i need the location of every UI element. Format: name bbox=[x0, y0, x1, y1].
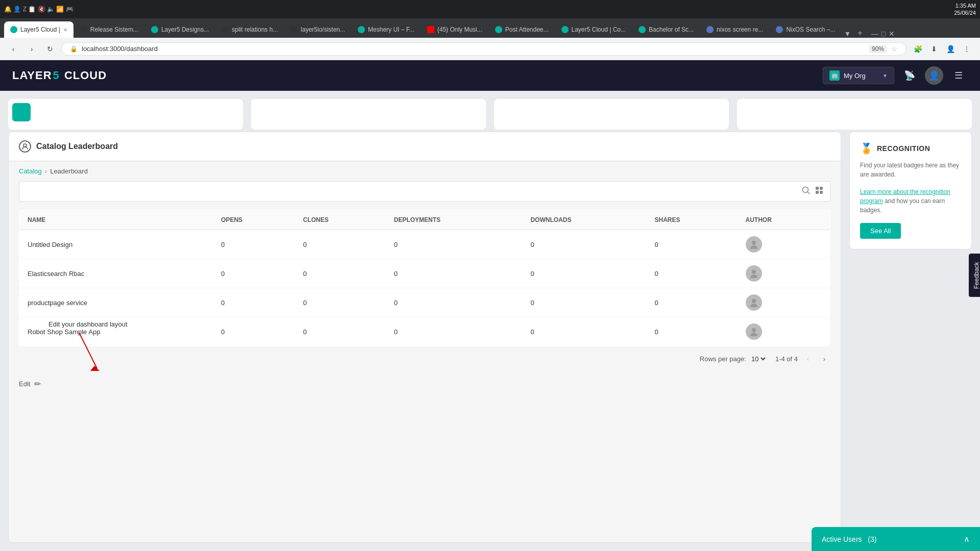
row-4-clones: 0 bbox=[295, 317, 386, 346]
star-icon[interactable]: ☆ bbox=[891, 45, 898, 53]
header-right: 🏢 My Org ▼ 📡 👤 ☰ bbox=[823, 66, 968, 85]
system-icons: 🔔 👤 Z 📋 🔇 🔈 📶 🎮 bbox=[4, 6, 74, 13]
row-4-name: Robot Shop Sample App bbox=[19, 317, 213, 346]
row-3-deployments: 0 bbox=[386, 288, 523, 317]
maximize-button[interactable]: □ bbox=[881, 30, 886, 38]
tab-favicon-layer5-4 bbox=[639, 26, 646, 33]
leaderboard-header: Catalog Leaderboard bbox=[9, 132, 841, 161]
profile-button[interactable]: 👤 bbox=[943, 42, 958, 56]
tab-favicon-nixos bbox=[706, 26, 714, 33]
card-3 bbox=[494, 99, 729, 130]
row-2-clones: 0 bbox=[295, 259, 386, 288]
user-avatar[interactable]: 👤 bbox=[925, 66, 943, 85]
tab-release[interactable]: Release Sistem... bbox=[74, 21, 144, 38]
row-3-name: productpage service bbox=[19, 288, 213, 317]
tab-add-button[interactable]: + bbox=[853, 29, 866, 38]
tab-layer5-cloud[interactable]: Layer5 Cloud | ✕ bbox=[4, 21, 74, 38]
row-4-shares: 0 bbox=[647, 317, 738, 346]
tab-favicon-nixos-2 bbox=[776, 26, 783, 33]
tab-nixos[interactable]: nixos screen re... bbox=[700, 21, 769, 38]
next-page-button[interactable]: › bbox=[818, 353, 830, 365]
address-bar[interactable]: 🔒 localhost:3000/dashboard 90% ☆ bbox=[61, 42, 906, 56]
prev-page-button[interactable]: ‹ bbox=[802, 353, 814, 365]
search-bar-container bbox=[9, 181, 841, 210]
leaderboard-icon bbox=[19, 140, 31, 153]
svg-rect-3 bbox=[820, 187, 823, 190]
tab-label-layer5: Layer5 Cloud | bbox=[20, 26, 60, 33]
col-downloads: DOWNLOADS bbox=[522, 210, 646, 230]
row-3-shares: 0 bbox=[647, 288, 738, 317]
extensions-button[interactable]: 🧩 bbox=[911, 42, 925, 56]
breadcrumb-catalog[interactable]: Catalog bbox=[19, 167, 42, 175]
svg-rect-4 bbox=[816, 191, 819, 194]
data-table: NAME OPENS CLONES DEPLOYMENTS DOWNLOADS … bbox=[19, 210, 830, 346]
tab-music[interactable]: (45) Only Musi... bbox=[421, 21, 488, 38]
app-header: LAYER 5 CLOUD 🏢 My Org ▼ 📡 👤 ☰ bbox=[0, 60, 980, 91]
logo-5: 5 bbox=[53, 69, 60, 82]
menu-button[interactable]: ☰ bbox=[949, 66, 968, 85]
row-2-downloads: 0 bbox=[522, 259, 646, 288]
close-button[interactable]: ✕ bbox=[889, 30, 895, 38]
card-4 bbox=[737, 99, 972, 130]
tab-list-button[interactable]: ▼ bbox=[842, 30, 853, 38]
download-button[interactable]: ⬇ bbox=[927, 42, 941, 56]
tab-favicon-layer5-2 bbox=[151, 26, 158, 33]
search-icon[interactable] bbox=[801, 186, 811, 197]
edit-pencil-icon[interactable]: ✏ bbox=[34, 379, 41, 389]
tab-nixos-search[interactable]: NixOS Search –... bbox=[770, 21, 841, 38]
tab-close-layer5[interactable]: ✕ bbox=[63, 27, 67, 33]
tab-attendee[interactable]: Post Attendee... bbox=[489, 21, 555, 38]
refresh-button[interactable]: ↻ bbox=[43, 42, 57, 56]
org-icon: 🏢 bbox=[829, 70, 840, 81]
row-1-name: Untitled Design bbox=[19, 230, 213, 259]
active-users-bar[interactable]: Active Users (3) ∧ bbox=[812, 527, 980, 551]
col-clones: CLONES bbox=[295, 210, 386, 230]
row-1-shares: 0 bbox=[647, 230, 738, 259]
active-users-text: Active Users (3) bbox=[822, 535, 876, 543]
system-time: 1:35 AM 25/06/24 bbox=[954, 2, 976, 17]
nav-bar: ‹ › ↻ 🔒 localhost:3000/dashboard 90% ☆ 🧩… bbox=[0, 38, 980, 60]
see-all-button[interactable]: See All bbox=[860, 223, 901, 239]
tab-favicon-meshery-2 bbox=[495, 26, 502, 33]
tab-designs[interactable]: Layer5 Designs... bbox=[145, 21, 215, 38]
tab-layer5io[interactable]: layer5io/sisten... bbox=[284, 21, 351, 38]
svg-rect-5 bbox=[820, 191, 823, 194]
row-1-opens: 0 bbox=[213, 230, 295, 259]
leaderboard-panel: Catalog Leaderboard Catalog › Leaderboar… bbox=[8, 132, 841, 543]
forward-button[interactable]: › bbox=[24, 42, 39, 56]
col-author: AUTHOR bbox=[738, 210, 830, 230]
row-2-name: Elasticsearch Rbac bbox=[19, 259, 213, 288]
tab-bachelor[interactable]: Bachelor of Sc... bbox=[632, 21, 700, 38]
recognition-description: Find your latest badges here as they are… bbox=[860, 161, 961, 179]
rows-per-page-select[interactable]: 10 25 50 bbox=[749, 355, 767, 363]
system-topbar: 🔔 👤 Z 📋 🔇 🔈 📶 🎮 1:35 AM 25/06/24 bbox=[0, 0, 980, 18]
lock-icon: 🔒 bbox=[70, 45, 78, 53]
search-input[interactable] bbox=[26, 188, 797, 195]
feed-button[interactable]: 📡 bbox=[900, 66, 919, 85]
tab-label-cloud-co: Layer5 Cloud | Co... bbox=[572, 26, 626, 33]
settings-button[interactable]: ⋮ bbox=[960, 42, 974, 56]
tab-meshery[interactable]: Meshery UI – F... bbox=[352, 21, 421, 38]
right-panel: 🏅 RECOGNITION Find your latest badges he… bbox=[849, 132, 972, 543]
org-selector[interactable]: 🏢 My Org ▼ bbox=[823, 67, 894, 84]
browser-chrome: 🔔 👤 Z 📋 🔇 🔈 📶 🎮 1:35 AM 25/06/24 Layer5 … bbox=[0, 0, 980, 60]
row-2-author bbox=[738, 259, 830, 288]
table-container: NAME OPENS CLONES DEPLOYMENTS DOWNLOADS … bbox=[9, 210, 841, 346]
back-button[interactable]: ‹ bbox=[6, 42, 20, 56]
table-footer: Rows per page: 10 25 50 1-4 of 4 ‹ › bbox=[9, 346, 841, 371]
tab-cloud-co[interactable]: Layer5 Cloud | Co... bbox=[555, 21, 632, 38]
feedback-tab[interactable]: Feedback bbox=[969, 254, 980, 297]
tab-label-nixos: nixos screen re... bbox=[717, 26, 763, 33]
grid-view-icon[interactable] bbox=[815, 186, 824, 197]
author-avatar-2 bbox=[746, 265, 762, 282]
tab-split[interactable]: split relations h... bbox=[215, 21, 284, 38]
card-2 bbox=[251, 99, 486, 130]
active-users-label: Active Users bbox=[822, 535, 862, 543]
svg-point-9 bbox=[752, 328, 756, 332]
row-4-opens: 0 bbox=[213, 317, 295, 346]
row-2-deployments: 0 bbox=[386, 259, 523, 288]
card-1 bbox=[8, 99, 243, 130]
table-row: productpage service 0 0 0 0 0 bbox=[19, 288, 830, 317]
author-avatar-1 bbox=[746, 236, 762, 253]
minimize-button[interactable]: — bbox=[871, 30, 878, 38]
